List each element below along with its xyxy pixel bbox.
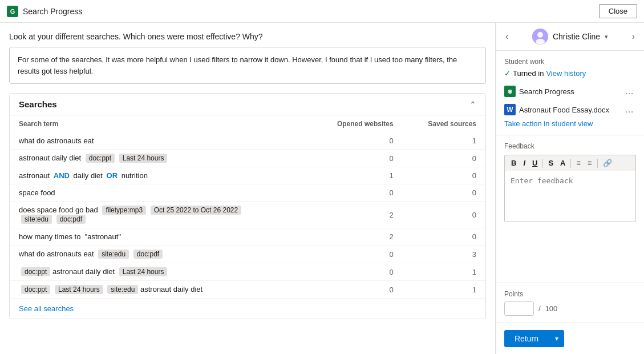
col-saved-sources: Saved sources [403,115,485,132]
table-row: does space food go bad filetype:mp3 Oct … [10,202,485,228]
underline-button[interactable]: U [529,158,540,168]
points-section: Points / 100 [496,283,644,323]
points-slash: / [538,304,541,313]
toolbar-separator [570,159,571,168]
return-button[interactable]: Return [504,330,549,347]
saved-cell: 0 [403,167,485,184]
italic-button[interactable]: I [520,158,528,168]
filter-tag: filetype:mp3 [102,206,146,215]
left-panel: Look at your different searches. Which o… [0,23,496,354]
highlight-button[interactable]: A [557,158,568,168]
filter-tag: Oct 25 2022 to Oct 26 2022 [151,206,241,215]
app-logo: G [7,6,18,17]
filter-tag: site:edu [98,250,129,259]
feedback-toolbar: B I U S A ≡ ≡ 🔗 [504,155,636,171]
turned-in-status: ✓ Turned in View history [504,69,636,78]
file-icon-essay: W [504,104,516,115]
points-input[interactable] [504,301,534,316]
file-item: ◉ Search Progress … [504,82,636,100]
operator-tag: OR [107,171,118,180]
saved-cell: 1 [403,263,485,281]
table-row: what do astronauts eat site:edu doc:pdf … [10,246,485,263]
filter-tag: Last 24 hours [55,285,103,294]
link-button[interactable]: 🔗 [600,158,615,168]
filter-tag: doc:ppt [86,154,115,163]
search-term-cell: astronaut daily diet doc:ppt Last 24 hou… [10,150,310,167]
opened-cell: 2 [310,202,403,228]
file-item-left: ◉ Search Progress [504,86,574,97]
close-button[interactable]: Close [599,4,637,18]
prompt-question: Look at your different searches. Which o… [9,32,486,41]
student-name: Christie Cline [553,32,600,41]
search-term-cell: doc:ppt astronaut daily diet Last 24 hou… [10,263,310,281]
right-panel: ‹ Christie Cline ▾ › Student work ✓ Turn [496,23,644,354]
return-dropdown-button[interactable]: ▾ [549,330,564,347]
see-all-searches-link[interactable]: See all searches [10,298,485,319]
opened-cell: 0 [310,263,403,281]
filter-tag: doc:ppt [21,267,50,276]
file-name-search-progress: Search Progress [519,87,574,96]
app-title: Search Progress [23,7,82,16]
saved-cell: 1 [403,132,485,150]
search-term-cell: astronaut AND daily diet OR nutrition [10,167,310,184]
bullet-list-button[interactable]: ≡ [573,158,584,168]
student-work-label: Student work [504,58,636,66]
filter-tag: site:edu [107,285,138,294]
opened-cell: 0 [310,281,403,299]
svg-point-1 [537,32,543,38]
student-selector[interactable]: Christie Cline ▾ [532,29,608,45]
top-bar: G Search Progress Close [0,0,644,23]
student-nav: ‹ Christie Cline ▾ › [496,23,644,51]
filter-tag: doc:pdf [56,215,86,224]
file-more-button-2[interactable]: … [622,104,636,115]
search-term-cell: doc:ppt Last 24 hours site:edu astronaut… [10,281,310,299]
return-btn-group: Return ▾ [504,330,636,347]
check-icon: ✓ [504,69,511,78]
file-name-essay: Astronaut Food Essay.docx [519,106,609,114]
toolbar-separator [597,159,598,168]
searches-title: Searches [19,99,57,109]
saved-cell: 1 [403,281,485,299]
opened-cell: 0 [310,132,403,150]
strikethrough-button[interactable]: S [545,158,556,168]
view-history-link[interactable]: View history [546,69,586,78]
searches-table: Search term Opened websites Saved source… [10,115,485,298]
saved-cell: 3 [403,246,485,263]
turned-in-text: Turned in [513,69,544,78]
prompt-section: Look at your different searches. Which o… [7,23,488,91]
take-action-link[interactable]: Take action in student view [504,119,593,128]
feedback-input[interactable] [504,171,636,222]
feedback-section: Feedback B I U S A ≡ ≡ 🔗 [496,135,644,283]
top-bar-left: G Search Progress [7,6,82,17]
filter-tag: Last 24 hours [119,154,168,163]
filter-tag: site:edu [21,215,52,224]
main-layout: Look at your different searches. Which o… [0,23,644,354]
filter-tag: doc:ppt [21,285,50,294]
prompt-answer: For some of the searches, it was more he… [9,47,486,84]
bold-button[interactable]: B [508,158,519,168]
table-row: astronaut daily diet doc:ppt Last 24 hou… [10,150,485,167]
opened-cell: 1 [310,167,403,184]
points-label: Points [504,290,636,298]
file-item: W Astronaut Food Essay.docx … [504,100,636,119]
table-row: doc:ppt Last 24 hours site:edu astronaut… [10,281,485,299]
student-avatar [532,29,548,45]
search-term-cell: what do astronauts eat [10,132,310,150]
feedback-label: Feedback [504,142,636,150]
svg-point-2 [536,39,545,45]
file-icon-search-progress: ◉ [504,86,516,97]
toolbar-separator [542,159,543,168]
filter-tag: doc:pdf [133,250,163,259]
next-student-button[interactable]: › [630,30,637,43]
search-term-cell: does space food go bad filetype:mp3 Oct … [10,202,310,228]
search-term-cell: space food [10,184,310,202]
table-row: space food 0 0 [10,184,485,202]
return-section: Return ▾ [496,323,644,354]
collapse-icon[interactable]: ⌃ [469,100,476,109]
search-term-cell: how many times to "astronaut" [10,228,310,246]
file-more-button[interactable]: … [622,86,636,96]
numbered-list-button[interactable]: ≡ [585,158,595,168]
searches-section: Searches ⌃ Search term Opened websites S… [9,93,486,319]
opened-cell: 2 [310,228,403,246]
prev-student-button[interactable]: ‹ [503,30,511,43]
